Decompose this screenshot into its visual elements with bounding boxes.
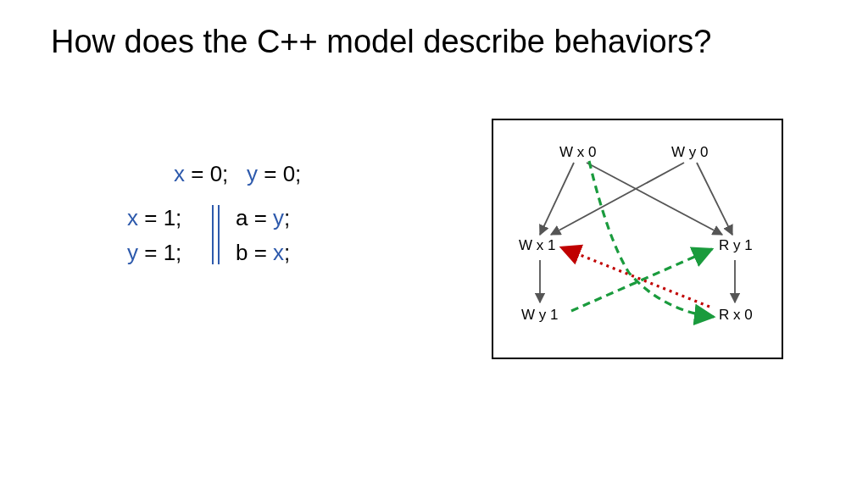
parallel-bars-icon [212, 205, 214, 264]
node-wy1: W y 1 [521, 307, 558, 324]
thread-2: a = y; b = x; [236, 201, 290, 269]
t2-l2-semi: ; [284, 240, 290, 265]
var-x: x [174, 161, 185, 186]
t1-line2: y = 1; [127, 236, 212, 269]
thread-1: x = 1; y = 1; [127, 201, 212, 269]
svg-line-0 [540, 163, 574, 235]
t2-l1-a: a = [236, 205, 273, 230]
node-rx0: R x 0 [719, 307, 753, 324]
t2-line1: a = y; [236, 201, 290, 235]
var-y: y [247, 161, 258, 186]
execution-graph: W x 0 W y 0 W x 1 R y 1 W y 1 R x 0 [492, 119, 783, 359]
slide: How does the C++ model describe behavior… [0, 0, 868, 488]
t2-line2: b = x; [236, 236, 290, 269]
slide-title: How does the C++ model describe behavior… [51, 24, 711, 60]
t2-var-x: x [273, 240, 284, 265]
node-wx1: W x 1 [519, 237, 555, 254]
t2-l2-a: b = [236, 240, 273, 265]
svg-line-2 [551, 163, 684, 235]
init-y-rest: = 0; [258, 161, 301, 186]
node-ry1: R y 1 [719, 237, 753, 254]
threads: x = 1; y = 1; a = y; b = x; [127, 201, 301, 269]
t1-var-y: y [127, 240, 138, 265]
t1-l1-rest: = 1; [138, 205, 181, 230]
svg-line-6 [571, 249, 712, 311]
node-wy0: W y 0 [671, 144, 708, 161]
node-wx0: W x 0 [559, 144, 596, 161]
init-x-rest: = 0; [185, 161, 228, 186]
t1-l2-rest: = 1; [138, 240, 181, 265]
t1-line1: x = 1; [127, 201, 212, 235]
code-block: x = 0; y = 0; x = 1; y = 1; a = y; b = x… [127, 157, 301, 269]
t2-l1-semi: ; [284, 205, 290, 230]
t2-var-y: y [273, 205, 284, 230]
t1-var-x: x [127, 205, 138, 230]
init-line: x = 0; y = 0; [174, 157, 301, 191]
svg-line-7 [561, 247, 709, 307]
